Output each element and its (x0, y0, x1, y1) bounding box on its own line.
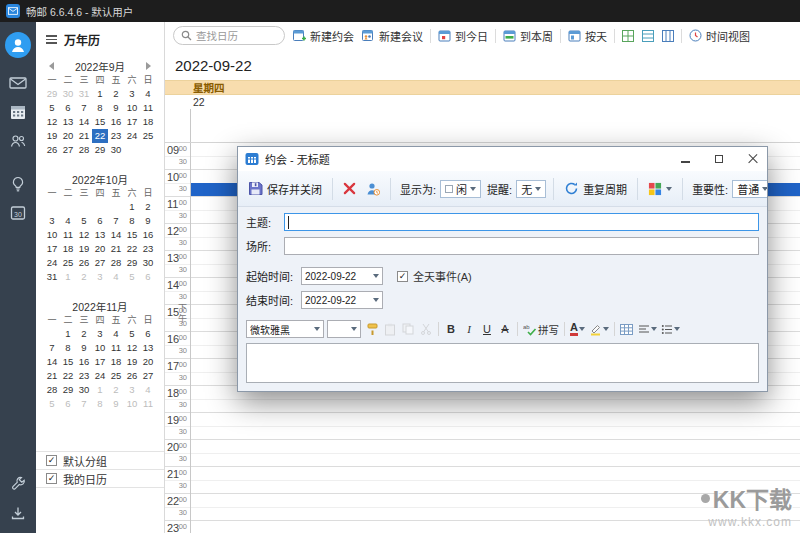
highlight-button[interactable] (588, 321, 610, 337)
search-input[interactable] (196, 30, 276, 42)
mini-day[interactable]: 21 (44, 369, 60, 383)
time-slot-20[interactable] (190, 440, 800, 466)
nav-download[interactable] (0, 498, 36, 527)
calendar-group-default[interactable]: 默认分组 (36, 452, 164, 470)
dialog-minimize-button[interactable] (671, 148, 699, 170)
nav-contacts[interactable] (0, 126, 36, 155)
end-date-select[interactable]: 2022-09-22 (301, 291, 383, 309)
mini-day[interactable]: 31 (44, 270, 60, 284)
mini-day[interactable]: 24 (92, 369, 108, 383)
my-calendar-checkbox[interactable] (46, 473, 57, 484)
mini-day[interactable]: 27 (92, 256, 108, 270)
nav-settings[interactable] (0, 469, 36, 498)
delete-button[interactable] (340, 180, 359, 197)
mini-day[interactable]: 10 (124, 101, 140, 115)
mini-day[interactable]: 24 (44, 256, 60, 270)
mini-day[interactable]: 22 (60, 369, 76, 383)
mini-day[interactable]: 25 (140, 129, 156, 143)
mini-day[interactable]: 4 (60, 214, 76, 228)
mini-day[interactable]: 29 (44, 87, 60, 101)
mini-day[interactable]: 26 (44, 143, 60, 157)
italic-button[interactable]: I (461, 321, 477, 337)
mini-day[interactable]: 29 (124, 256, 140, 270)
user-avatar[interactable] (0, 30, 36, 60)
mini-day[interactable]: 21 (108, 242, 124, 256)
mini-day[interactable]: 3 (92, 327, 108, 341)
mini-day[interactable]: 13 (140, 341, 156, 355)
mini-day[interactable]: 20 (60, 129, 76, 143)
mini-day[interactable]: 7 (108, 214, 124, 228)
mini-day[interactable]: 10 (92, 341, 108, 355)
mini-day[interactable]: 28 (44, 383, 60, 397)
allday-checkbox[interactable] (397, 271, 408, 282)
mini-day[interactable]: 9 (76, 341, 92, 355)
mini-day[interactable]: 11 (140, 397, 156, 411)
mini-day[interactable]: 9 (108, 397, 124, 411)
mini-day[interactable]: 14 (44, 355, 60, 369)
all-day-area[interactable] (165, 109, 800, 142)
font-color-button[interactable]: A (569, 321, 586, 337)
mini-day[interactable]: 15 (92, 115, 108, 129)
mini-day[interactable]: 1 (92, 383, 108, 397)
calendar-group-my-calendar[interactable]: 我的日历 (36, 470, 164, 488)
mini-day[interactable]: 26 (76, 256, 92, 270)
view-columns-button[interactable] (659, 28, 677, 44)
insert-table-button[interactable] (619, 321, 635, 337)
mini-day[interactable]: 21 (76, 129, 92, 143)
bold-button[interactable]: B (443, 321, 459, 337)
nav-tips[interactable] (0, 169, 36, 198)
mini-day[interactable]: 1 (60, 327, 76, 341)
mini-day[interactable]: 12 (76, 228, 92, 242)
mini-day[interactable]: 17 (44, 242, 60, 256)
mini-day[interactable]: 15 (60, 355, 76, 369)
mini-day[interactable]: 7 (76, 397, 92, 411)
mini-day[interactable]: 6 (60, 101, 76, 115)
mini-day[interactable]: 18 (60, 242, 76, 256)
mini-day[interactable]: 9 (108, 101, 124, 115)
mini-day[interactable]: 10 (124, 397, 140, 411)
mini-day[interactable]: 31 (76, 87, 92, 101)
mini-day[interactable]: 3 (92, 270, 108, 284)
font-size-select[interactable] (327, 320, 361, 338)
mini-day[interactable]: 5 (44, 397, 60, 411)
mini-day[interactable]: 29 (92, 143, 108, 157)
default-group-checkbox[interactable] (46, 455, 57, 466)
mini-day[interactable]: 13 (92, 228, 108, 242)
mini-day[interactable]: 12 (124, 341, 140, 355)
mini-day[interactable]: 17 (124, 115, 140, 129)
reminder-select[interactable]: 无 (516, 180, 546, 198)
mini-day[interactable]: 3 (44, 214, 60, 228)
mini-day[interactable]: 6 (140, 270, 156, 284)
alignment-button[interactable] (637, 321, 658, 337)
mini-day[interactable]: 7 (76, 101, 92, 115)
font-family-select[interactable]: 微软雅黑 (246, 320, 324, 338)
allday-checkbox-group[interactable]: 全天事件(A) (397, 268, 472, 284)
new-appointment-button[interactable]: 新建约会 (290, 26, 357, 46)
search-box[interactable] (173, 26, 285, 45)
mini-day[interactable]: 11 (140, 101, 156, 115)
nav-monthly-calendar[interactable]: 30 (0, 198, 36, 227)
mini-day[interactable]: 23 (140, 242, 156, 256)
mini-day[interactable]: 20 (92, 242, 108, 256)
mini-day[interactable]: 19 (76, 242, 92, 256)
mini-day[interactable]: 1 (60, 270, 76, 284)
mini-day[interactable]: 2 (108, 87, 124, 101)
time-view-button[interactable]: 时间视图 (686, 26, 753, 46)
location-input[interactable] (284, 237, 759, 255)
mini-day[interactable]: 25 (60, 256, 76, 270)
recurrence-button[interactable]: 重复周期 (561, 179, 630, 199)
next-month-button[interactable] (146, 62, 151, 70)
mini-day[interactable]: 14 (76, 115, 92, 129)
mini-day-selected[interactable]: 22 (92, 129, 108, 143)
mini-day[interactable]: 7 (44, 341, 60, 355)
mini-day[interactable]: 30 (108, 143, 124, 157)
mini-day[interactable]: 2 (108, 383, 124, 397)
attendees-button[interactable] (363, 180, 383, 198)
mini-day[interactable]: 11 (60, 228, 76, 242)
new-meeting-button[interactable]: 新建会议 (359, 26, 426, 46)
mini-day[interactable]: 4 (140, 383, 156, 397)
mini-day[interactable]: 23 (76, 369, 92, 383)
subject-input[interactable] (284, 213, 759, 231)
mini-day[interactable]: 2 (76, 270, 92, 284)
appointment-body-editor[interactable] (246, 343, 759, 383)
